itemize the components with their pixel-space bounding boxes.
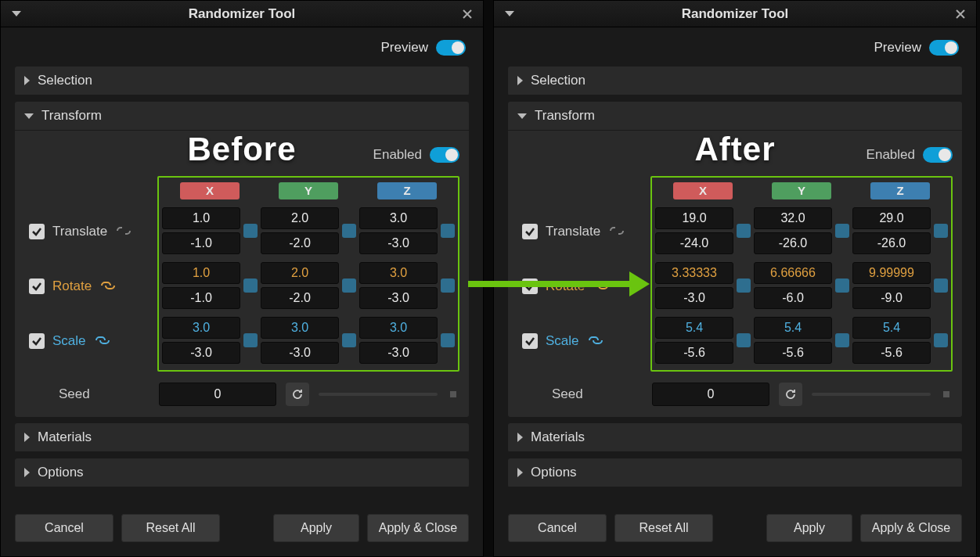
rotate-y-enable[interactable] <box>835 278 849 293</box>
reset-all-button[interactable]: Reset All <box>121 514 220 542</box>
randomizer-panel-before: Randomizer Tool Preview Selection Transf… <box>0 0 484 557</box>
section-header-selection[interactable]: Selection <box>508 66 962 95</box>
scale-y-hi[interactable]: 5.4 <box>754 317 832 339</box>
scale-z-hi[interactable]: 3.0 <box>359 317 438 339</box>
translate-x-enable[interactable] <box>243 224 258 238</box>
translate-x-lo[interactable]: -1.0 <box>162 232 240 254</box>
rotate-x-hi[interactable]: 3.33333 <box>655 262 733 284</box>
seed-refresh-button[interactable] <box>779 383 802 406</box>
scale-x-hi[interactable]: 3.0 <box>162 317 240 339</box>
translate-y-enable[interactable] <box>835 224 849 238</box>
translate-x-enable[interactable] <box>737 224 751 238</box>
apply-button[interactable]: Apply <box>273 514 359 542</box>
rotate-z-enable[interactable] <box>441 278 455 293</box>
enabled-row: Enabled <box>517 138 953 171</box>
translate-y-enable[interactable] <box>342 224 356 238</box>
translate-checkbox[interactable] <box>522 224 538 239</box>
seed-refresh-button[interactable] <box>286 383 309 406</box>
translate-x-lo[interactable]: -24.0 <box>655 232 733 254</box>
rotate-x-lo[interactable]: -1.0 <box>162 287 240 309</box>
translate-x-hi[interactable]: 1.0 <box>162 207 240 229</box>
scale-x-lo[interactable]: -5.6 <box>655 342 733 364</box>
link-icon-unlinked[interactable] <box>115 225 132 239</box>
seed-input[interactable]: 0 <box>652 383 769 406</box>
rotate-y-lo[interactable]: -2.0 <box>261 287 339 309</box>
section-header-selection[interactable]: Selection <box>15 66 469 95</box>
scale-y-hi[interactable]: 3.0 <box>261 317 339 339</box>
seed-slider[interactable] <box>812 393 931 396</box>
scale-z-hi[interactable]: 5.4 <box>852 317 931 339</box>
translate-z-enable[interactable] <box>441 224 455 238</box>
scale-y-enable[interactable] <box>342 333 356 347</box>
rotate-z-enable[interactable] <box>934 278 948 293</box>
translate-z-lo[interactable]: -3.0 <box>359 232 438 254</box>
cancel-button[interactable]: Cancel <box>508 514 607 542</box>
link-icon-unlinked[interactable] <box>608 225 625 239</box>
section-header-transform[interactable]: Transform <box>15 102 469 131</box>
translate-z-hi[interactable]: 29.0 <box>852 207 931 229</box>
rotate-z-lo[interactable]: -9.0 <box>852 287 931 309</box>
translate-y-hi[interactable]: 32.0 <box>754 207 832 229</box>
enabled-toggle[interactable] <box>923 147 953 163</box>
rotate-z-lo[interactable]: -3.0 <box>359 287 438 309</box>
window-title: Randomizer Tool <box>494 6 976 22</box>
translate-checkbox[interactable] <box>29 224 45 239</box>
section-header-options[interactable]: Options <box>508 458 962 487</box>
translate-x-hi[interactable]: 19.0 <box>655 207 733 229</box>
scale-x-hi[interactable]: 5.4 <box>655 317 733 339</box>
section-header-materials[interactable]: Materials <box>508 423 962 452</box>
scale-checkbox[interactable] <box>522 333 538 349</box>
close-button[interactable] <box>953 6 968 22</box>
reset-all-button[interactable]: Reset All <box>614 514 713 542</box>
rotate-x-hi[interactable]: 1.0 <box>162 262 240 284</box>
rotate-y-hi[interactable]: 6.66666 <box>754 262 832 284</box>
link-icon-linked[interactable] <box>99 279 117 293</box>
scale-y-lo[interactable]: -5.6 <box>754 342 832 364</box>
close-button[interactable] <box>459 6 475 22</box>
rotate-x-lo[interactable]: -3.0 <box>655 287 733 309</box>
scale-z-enable[interactable] <box>934 333 948 347</box>
rotate-z-hi[interactable]: 3.0 <box>359 262 438 284</box>
link-icon-linked[interactable] <box>94 334 111 348</box>
rotate-z-hi[interactable]: 9.99999 <box>852 262 931 284</box>
scale-z-lo[interactable]: -5.6 <box>852 342 931 364</box>
translate-y-lo[interactable]: -2.0 <box>261 232 339 254</box>
apply-close-button[interactable]: Apply & Close <box>860 514 962 542</box>
scale-x-enable[interactable] <box>737 333 751 347</box>
rotate-y-lo[interactable]: -6.0 <box>754 287 832 309</box>
translate-z-enable[interactable] <box>934 224 948 238</box>
section-header-options[interactable]: Options <box>15 458 469 487</box>
translate-z-hi[interactable]: 3.0 <box>359 207 438 229</box>
scale-z-enable[interactable] <box>441 333 455 347</box>
scale-z-lo[interactable]: -3.0 <box>359 342 438 364</box>
scale-x-enable[interactable] <box>243 333 258 347</box>
scale-y-lo[interactable]: -3.0 <box>261 342 339 364</box>
rotate-y-enable[interactable] <box>342 278 356 293</box>
apply-button[interactable]: Apply <box>766 514 852 542</box>
preview-toggle[interactable] <box>929 40 959 56</box>
close-icon <box>955 9 966 20</box>
cancel-button[interactable]: Cancel <box>15 514 113 542</box>
rotate-x-enable[interactable] <box>737 278 751 293</box>
window-menu-icon[interactable] <box>12 11 21 16</box>
translate-y-lo[interactable]: -26.0 <box>754 232 832 254</box>
scale-x-lo[interactable]: -3.0 <box>162 342 240 364</box>
link-icon-linked[interactable] <box>587 334 604 348</box>
section-header-transform[interactable]: Transform <box>508 102 962 131</box>
seed-input[interactable]: 0 <box>159 383 276 406</box>
rotate-checkbox[interactable] <box>29 278 45 294</box>
rotate-y-hi[interactable]: 2.0 <box>261 262 339 284</box>
preview-toggle[interactable] <box>436 40 466 56</box>
scale-checkbox[interactable] <box>29 333 45 349</box>
seed-slider[interactable] <box>319 393 438 396</box>
rotate-x-enable[interactable] <box>243 278 258 293</box>
translate-y-hi[interactable]: 2.0 <box>261 207 339 229</box>
link-icon-linked[interactable] <box>593 279 610 293</box>
rotate-checkbox[interactable] <box>522 278 538 294</box>
translate-z-lo[interactable]: -26.0 <box>852 232 931 254</box>
section-header-materials[interactable]: Materials <box>15 423 469 452</box>
apply-close-button[interactable]: Apply & Close <box>367 514 469 542</box>
scale-y-enable[interactable] <box>835 333 849 347</box>
window-menu-icon[interactable] <box>505 11 514 16</box>
enabled-toggle[interactable] <box>430 147 459 163</box>
